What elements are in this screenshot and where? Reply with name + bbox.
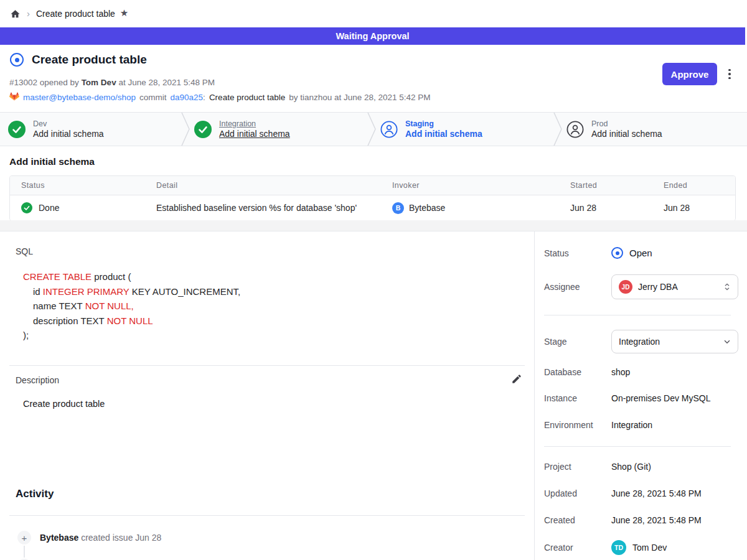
section-gap [0, 220, 747, 231]
task-invoker-cell: B Bytebase [392, 202, 570, 214]
sidebar-row-project: Project Shop (Git) [544, 462, 738, 472]
assignee-label: Assignee [544, 282, 611, 292]
task-ended-cell: Jun 28 [664, 203, 735, 213]
favorite-star-icon[interactable]: ★ [120, 7, 128, 19]
activity-item: + Bytebase created issue Jun 28 [17, 531, 161, 544]
stage-task-label[interactable]: Add initial schema [219, 129, 290, 139]
bytebase-avatar: B [392, 202, 404, 214]
created-value: June 28, 2021 5:48 PM [611, 515, 702, 525]
sidebar-row-assignee: Assignee JD Jerry DBA [544, 274, 738, 299]
chevron-down-icon [723, 337, 731, 346]
sidebar-row-instance: Instance On-premises Dev MySQL [544, 393, 738, 403]
issue-title: Create product table [32, 53, 147, 67]
check-circle-icon [21, 202, 32, 213]
activity-action: created issue Jun 28 [81, 533, 161, 543]
activity-actor: Bytebase [40, 533, 78, 543]
activity-timeline-connector [24, 546, 25, 558]
sidebar-row-status: Status Open [544, 247, 738, 259]
stage-separator-chevron [181, 113, 190, 146]
task-section-title: Add initial schema [9, 156, 95, 167]
breadcrumb: › Create product table ★ [0, 0, 747, 27]
activity-text: Bytebase created issue Jun 28 [40, 533, 161, 543]
activity-title: Activity [16, 488, 54, 500]
stage-task-label[interactable]: Add initial schema [405, 129, 482, 139]
instance-label: Instance [544, 393, 611, 403]
status-text: Open [629, 248, 652, 258]
col-invoker: Invoker [392, 181, 570, 190]
approve-button[interactable]: Approve [662, 63, 717, 85]
vcs-commit-hash-link[interactable]: da90a25 [171, 93, 204, 102]
issue-id-opened-by: #13002 opened by [9, 78, 79, 87]
stage-select[interactable]: Integration [611, 330, 738, 353]
creator-label: Creator [544, 543, 611, 553]
updated-label: Updated [544, 488, 611, 498]
edit-description-pencil-icon[interactable] [510, 373, 523, 386]
vcs-branch-link[interactable]: master@bytebase-demo/shop [23, 93, 136, 102]
project-value: Shop (Git) [611, 462, 651, 472]
stage-label: Stage [544, 337, 611, 347]
check-circle-icon [194, 121, 212, 138]
table-row[interactable]: Done Established baseline version %s for… [10, 195, 735, 220]
stage-dev[interactable]: Dev Add initial schema [0, 113, 186, 146]
task-started-cell: Jun 28 [570, 203, 664, 213]
col-started: Started [570, 181, 664, 190]
issue-opened-at: at June 28, 2021 5:48 PM [118, 78, 215, 87]
stage-staging[interactable]: Staging Add initial schema [372, 113, 558, 146]
gitlab-icon [9, 92, 19, 102]
creator-avatar: TD [611, 540, 626, 555]
vcs-commit-line: master@bytebase-demo/shop commit da90a25… [9, 92, 431, 102]
sidebar-row-database: Database shop [544, 367, 738, 377]
vcs-separator: : [203, 93, 205, 102]
check-circle-icon [8, 121, 26, 138]
stage-separator-chevron [553, 113, 562, 146]
stage-task-label[interactable]: Add initial schema [33, 129, 104, 139]
sql-section-label: SQL [16, 246, 33, 256]
open-status-icon [611, 247, 623, 259]
status-banner-text: Waiting Approval [336, 31, 409, 41]
status-label: Status [544, 248, 611, 258]
plus-icon: + [17, 531, 31, 544]
divider [9, 365, 525, 366]
created-label: Created [544, 515, 611, 525]
database-label: Database [544, 367, 611, 377]
stage-env-label: Dev [33, 119, 104, 128]
task-detail-cell: Established baseline version %s for data… [156, 203, 392, 213]
col-detail: Detail [156, 181, 392, 190]
task-status-text: Done [39, 203, 59, 213]
issue-header: Create product table #13002 opened by To… [0, 45, 747, 112]
stage-separator-chevron [367, 113, 376, 146]
sidebar-row-updated: Updated June 28, 2021 5:48 PM [544, 488, 738, 498]
instance-value: On-premises Dev MySQL [611, 393, 710, 403]
stage-prod[interactable]: Prod Add initial schema [558, 113, 745, 146]
sidebar-row-stage: Stage Integration [544, 330, 738, 353]
sidebar-row-created: Created June 28, 2021 5:48 PM [544, 515, 738, 525]
task-table-header: Status Detail Invoker Started Ended [10, 176, 735, 195]
task-invoker-name: Bytebase [409, 203, 445, 213]
updown-chevron-icon [723, 282, 731, 291]
updated-value: June 28, 2021 5:48 PM [611, 488, 702, 498]
home-icon[interactable] [10, 9, 21, 19]
assignee-select[interactable]: JD Jerry DBA [611, 274, 738, 299]
environment-label: Environment [544, 420, 611, 430]
task-status-cell: Done [21, 202, 156, 213]
issue-meta: #13002 opened by Tom Dev at June 28, 202… [9, 78, 215, 87]
stage-env-label: Staging [405, 119, 482, 128]
environment-value: Integration [611, 420, 652, 430]
bytebase-issue-page: › Create product table ★ Waiting Approva… [0, 0, 747, 560]
vcs-commit-label: commit [139, 93, 167, 102]
col-status: Status [21, 181, 156, 190]
sidebar-row-creator: Creator TD Tom Dev [544, 539, 738, 556]
more-options-kebab-icon[interactable] [724, 65, 735, 83]
issue-sidebar: Status Open Assignee JD Jerry DBA Stage … [534, 231, 747, 560]
assignee-name: Jerry DBA [638, 282, 717, 292]
issue-open-icon [10, 53, 24, 67]
description-label: Description [16, 375, 59, 385]
pipeline-stage-bar: Dev Add initial schema Integration Add i… [0, 112, 747, 146]
person-circle-icon [380, 121, 398, 138]
stage-integration[interactable]: Integration Add initial schema [186, 113, 372, 146]
vcs-byline: by tianzhou at June 28, 2021 5:42 PM [289, 93, 430, 102]
divider [9, 515, 525, 516]
database-value: shop [611, 367, 630, 377]
issue-author[interactable]: Tom Dev [82, 78, 116, 87]
status-value: Open [611, 247, 652, 259]
